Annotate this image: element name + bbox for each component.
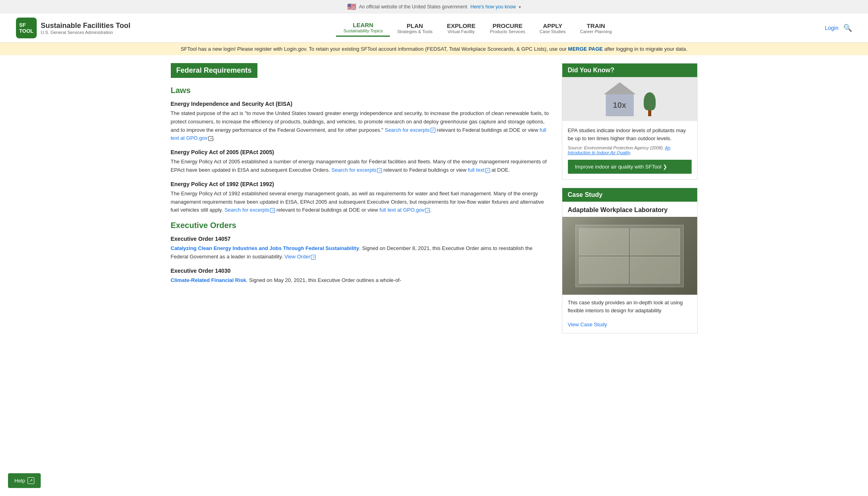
nav-procure-main: PROCURE — [492, 22, 522, 29]
case-study-desc: This case study provides an in-depth loo… — [562, 295, 697, 318]
nav-explore-sub: Virtual Facility — [447, 29, 475, 34]
house-illustration: 10x — [600, 78, 660, 120]
view-case-study-link[interactable]: View Case Study — [562, 318, 697, 333]
exec-order-item: Executive Order 14030 Climate-Related Fi… — [171, 268, 550, 285]
search-excerpts-link-1[interactable]: Search for excerpts↗ — [385, 127, 435, 133]
house-label: 10x — [613, 101, 626, 110]
case-study-image — [562, 217, 697, 295]
law-desc-2: The Energy Policy Act of 2005 establishe… — [171, 158, 550, 175]
exec-order-link-2[interactable]: Climate-Related Financial Risk — [171, 277, 246, 283]
login-link[interactable]: Login — [825, 25, 838, 31]
nav-learn-main: LEARN — [353, 22, 374, 28]
case-study-heading: Adaptable Workplace Laboratory — [562, 202, 697, 217]
did-you-know-text-area: EPA studies indicate indoor levels of po… — [562, 121, 697, 179]
flag-icon: 🇺🇸 — [347, 2, 356, 11]
nav-apply-sub: Case Studies — [540, 29, 565, 34]
right-sidebar: Did You Know? 10x EPA studies — [562, 63, 698, 341]
nav-train-sub: Career Planning — [580, 29, 612, 34]
nav-apply-main: APPLY — [543, 22, 562, 29]
full-text-link-1[interactable]: full text at GPO.gov — [171, 127, 546, 141]
exec-order-desc-1: Catalyzing Clean Energy Industries and J… — [171, 244, 550, 261]
nav-learn[interactable]: LEARN Sustainability Topics — [336, 19, 390, 37]
exec-order-desc-2: Climate-Related Financial Risk. Signed o… — [171, 276, 550, 285]
did-you-know-main-text: EPA studies indicate indoor levels of po… — [568, 127, 692, 142]
nav-procure[interactable]: PROCURE Products Services — [482, 20, 532, 36]
cubicle-panel-4 — [630, 257, 680, 284]
exec-order-number-1: Executive Order 14057 — [171, 236, 550, 242]
tree-top — [644, 92, 656, 110]
site-header: SFTOOL Sustainable Facilities Tool U.S. … — [0, 14, 868, 43]
tree-trunk — [648, 110, 651, 116]
nav-explore[interactable]: EXPLORE Virtual Facility — [440, 20, 483, 36]
did-you-know-title: Did You Know? — [562, 63, 697, 77]
tree-shape — [644, 92, 656, 116]
merge-page-link[interactable]: MERGE PAGE — [568, 46, 603, 52]
gov-banner: 🇺🇸 An official website of the United Sta… — [0, 0, 868, 14]
law-title-1: Energy Independence and Security Act (EI… — [171, 101, 550, 107]
site-subtitle: U.S. General Services Administration — [41, 30, 130, 35]
gov-banner-text: An official website of the United States… — [359, 4, 467, 10]
nav-train-main: TRAIN — [587, 22, 605, 29]
nav-plan-sub: Strategies & Tools — [397, 29, 432, 34]
did-you-know-image: 10x — [562, 77, 697, 121]
house-body: 10x — [606, 94, 634, 116]
laws-heading: Laws — [171, 86, 550, 95]
cubicle-panel-2 — [630, 228, 680, 255]
law-item: Energy Policy Act of 2005 (EPAct 2005) T… — [171, 149, 550, 175]
exec-order-link-1[interactable]: Catalyzing Clean Energy Industries and J… — [171, 245, 359, 251]
full-text-link-2[interactable]: full text↗ — [468, 167, 490, 173]
logo-text-area: Sustainable Facilities Tool U.S. General… — [41, 22, 130, 35]
chevron-down-icon: ▾ — [519, 5, 521, 9]
case-study-label: Case Study — [562, 188, 697, 202]
law-desc-1: The stated purpose of the act is "to mov… — [171, 109, 550, 143]
nav-apply[interactable]: APPLY Case Studies — [532, 20, 573, 36]
case-study-card: Case Study Adaptable Workplace Laborator… — [562, 188, 698, 333]
exec-orders-heading: Executive Orders — [171, 221, 550, 230]
left-content: Federal Requirements Laws Energy Indepen… — [171, 63, 550, 341]
search-button[interactable]: 🔍 — [843, 24, 852, 32]
main-nav: LEARN Sustainability Topics PLAN Strateg… — [138, 19, 817, 37]
main-container: Federal Requirements Laws Energy Indepen… — [155, 55, 714, 349]
did-you-know-card: Did You Know? 10x EPA studies — [562, 63, 698, 180]
search-excerpts-link-2[interactable]: Search for excerpts↗ — [332, 167, 382, 173]
exec-order-number-2: Executive Order 14030 — [171, 268, 550, 274]
nav-plan-main: PLAN — [407, 22, 423, 29]
notif-text-before: SFTool has a new login! Please register … — [181, 46, 567, 52]
logo-area: SFTOOL Sustainable Facilities Tool U.S. … — [16, 18, 130, 38]
notif-text-after: after logging in to migrate your data. — [604, 46, 687, 52]
nav-plan[interactable]: PLAN Strategies & Tools — [390, 20, 439, 36]
house-shape: 10x — [604, 82, 636, 116]
improve-iaq-button[interactable]: Improve indoor air quality with SFTool ❯ — [568, 160, 692, 174]
search-excerpts-link-3[interactable]: Search for excerpts↗ — [224, 207, 275, 213]
office-illustration — [562, 217, 697, 295]
full-text-link-3[interactable]: full text at GPO.gov↗ — [380, 207, 430, 213]
cubicle-panel-3 — [579, 257, 629, 284]
section-title: Federal Requirements — [171, 63, 257, 78]
exec-order-item: Executive Order 14057 Catalyzing Clean E… — [171, 236, 550, 261]
nav-explore-main: EXPLORE — [447, 22, 476, 29]
view-order-link-1[interactable]: View Order↗ — [285, 254, 316, 260]
nav-learn-sub: Sustainability Topics — [343, 28, 383, 33]
law-item: Energy Policy Act of 1992 (EPAct 1992) T… — [171, 181, 550, 214]
law-title-3: Energy Policy Act of 1992 (EPAct 1992) — [171, 181, 550, 187]
house-roof — [604, 82, 636, 94]
header-right: Login 🔍 — [825, 24, 852, 32]
site-title: Sustainable Facilities Tool — [41, 22, 130, 30]
cubicle-panel-1 — [579, 228, 629, 255]
office-cubicle — [575, 225, 683, 287]
law-desc-3: The Energy Policy Act of 1992 establishe… — [171, 190, 550, 214]
nav-procure-sub: Products Services — [490, 29, 525, 34]
did-you-know-source: Source: Environmental Protection Agency … — [568, 145, 692, 155]
logo-icon: SFTOOL — [16, 18, 37, 38]
law-item: Energy Independence and Security Act (EI… — [171, 101, 550, 143]
heres-how-link[interactable]: Here's how you know — [471, 4, 516, 10]
notification-bar: SFTool has a new login! Please register … — [0, 43, 868, 55]
nav-train[interactable]: TRAIN Career Planning — [573, 20, 619, 36]
law-title-2: Energy Policy Act of 2005 (EPAct 2005) — [171, 149, 550, 155]
